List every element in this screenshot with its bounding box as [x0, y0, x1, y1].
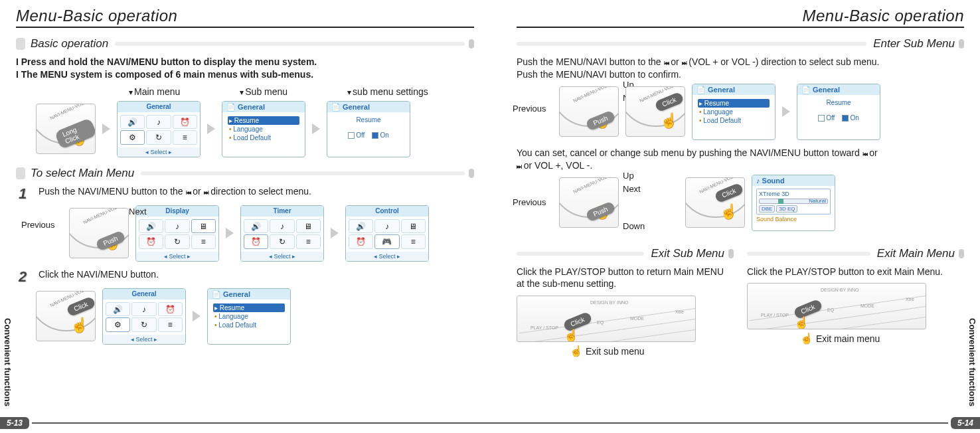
footer-rule [490, 422, 948, 424]
hand-icon: ☝ [720, 203, 738, 220]
menu-cell: 🖥 [296, 219, 321, 234]
main-menu-card-timer: 🔊 ♪ 🖥 ⏰ ↻ ≡ Timer ◂ Select ▸ [240, 205, 324, 262]
page-number-left: 5-13 [0, 417, 29, 429]
section-cap-icon [469, 169, 474, 178]
forward-icon: ▸▸ı [517, 162, 521, 169]
menu-cell: ⏰ [158, 302, 183, 317]
exit-sub-caption-text: Exit sub menu [586, 346, 645, 357]
page-number-right: 5-14 [951, 417, 980, 429]
section-cap-icon [959, 249, 964, 258]
menu-cell: ⏰ [139, 234, 163, 249]
menu-cell: ♪ [146, 115, 171, 130]
section-rule [141, 171, 465, 175]
main-menu-card-control: 🔊 ♪ 🖥 ⏰ 🎮 ≡ Control ◂ Select ▸ [345, 205, 429, 262]
menu-cell: ≡ [158, 317, 183, 332]
menu-cell-general: ⚙ [120, 130, 145, 145]
enter-text-2: Push the MENU/NAVI button to confirm. [517, 68, 964, 81]
sub-settings-card-resume: 📄 General Resume Off On [797, 84, 880, 140]
strip-mode: MODE [630, 316, 644, 321]
menu-cell: 🖥 [191, 219, 216, 234]
button-strip-exit-sub: DESIGN BY INNO PLAY / STOP EQ MODE Xtre … [517, 296, 696, 342]
section-rule [747, 252, 870, 256]
menu-cell: 🔊 [139, 219, 163, 234]
sub-item-language: Language [228, 125, 299, 133]
menu-cell: ↻ [165, 234, 189, 249]
menu-card-footer: ◂ Select ▸ [118, 147, 200, 157]
section-rule [115, 42, 465, 46]
figure-row-enter-1: Previous Up Next NAVI-MENU-VOL ☝ Push NA… [517, 84, 964, 140]
menu-cell: ⏰ [244, 234, 268, 249]
menu-card-footer: ◂ Select ▸ [241, 252, 323, 261]
sub-item-load-default: Load Default [228, 133, 299, 142]
arrow-right-icon [207, 124, 215, 134]
menu-cell: 🔊 [349, 219, 373, 234]
cursor-icon: ☝ [800, 333, 813, 344]
t: or [869, 147, 877, 158]
menu-cell: 🎮 [374, 234, 399, 249]
sub-card-header: 📄 General [208, 289, 290, 300]
arrow-right-icon [226, 228, 234, 238]
t: You can set, cancel or change sub menu b… [517, 147, 860, 158]
sound-card-header-text: Sound [762, 177, 785, 185]
checkbox-on-icon [842, 115, 849, 122]
sub-menu-card-general: 📄 General Resume Language Load Default [692, 84, 776, 140]
sub-card-header-text: General [343, 103, 370, 111]
menu-cell: ≡ [191, 234, 216, 249]
btn-dbe: DBE [759, 205, 775, 213]
strip-mode: MODE [860, 303, 874, 308]
menu-card-footer: ◂ Select ▸ [136, 252, 218, 261]
sub-menu-card-general: 📄 General Resume Language Load Default [222, 101, 305, 157]
section-cap-icon [959, 39, 964, 48]
section-label: Exit Main Menu [877, 247, 955, 260]
t: (VOL + or VOL -) direction to select sub… [689, 56, 879, 67]
section-select-main: To select Main Menu [16, 167, 474, 180]
label-up: Up [623, 171, 634, 181]
checkbox-on-icon [372, 132, 378, 139]
sub-card-header-text: General [238, 103, 265, 111]
t: Push the MENU/NAVI button to the [517, 56, 661, 67]
section-enter-sub: Enter Sub Menu [517, 37, 964, 50]
menu-card-label: General [103, 289, 185, 300]
sub-item-language: Language [213, 312, 285, 321]
sub-item-resume: Resume [213, 303, 285, 312]
legend-main-menu: Main menu [129, 86, 180, 97]
section-label: Exit Sub Menu [651, 247, 724, 260]
page-title-left: Menu-Basic operation [16, 7, 177, 25]
section-label: Basic operation [31, 37, 108, 50]
sound-card-header: ♪ Sound [752, 175, 835, 186]
dial-push: NAVI-MENU-VOL ☝ Push [559, 86, 619, 137]
opt-on: On [850, 114, 858, 122]
menu-card-label: Display [136, 206, 218, 217]
menu-cell: ♪ [374, 219, 399, 234]
label-down: Down [623, 221, 645, 231]
main-menu-card-general-2: 🔊 ♪ ⏰ ⚙ ↻ ≡ General ◂ Select ▸ [102, 288, 186, 345]
strip-xtre: Xtre [675, 309, 684, 314]
hand-icon: ☝ [564, 328, 578, 342]
exit-sub-text: Click the PLAY/STOP button to return Mai… [517, 266, 734, 291]
sub-card-header: 📄 General [222, 102, 305, 112]
sub-card-header: 📄 General [693, 84, 775, 95]
arrow-right-icon [782, 106, 790, 117]
sound-balance: Sound Balance [756, 216, 831, 222]
section-bullet-icon [16, 167, 25, 179]
sound-natural: Natural [809, 198, 826, 204]
arrow-right-icon [331, 228, 339, 238]
legend-sub-menu: Sub menu [240, 86, 287, 97]
dial-click: NAVI-MENU-VOL ☝ Click [36, 291, 96, 341]
section-label: To select Main Menu [31, 167, 134, 180]
opt-off: Off [826, 114, 835, 122]
legend-row: Main menu Sub menu sub menu settings [129, 86, 474, 97]
hand-icon: ☝ [794, 315, 809, 329]
dial-click: NAVI-MENU-VOL ☝ Click [685, 177, 745, 228]
sub-settings-card-resume: 📄 General Resume Off On [327, 101, 410, 157]
section-label: Enter Sub Menu [873, 37, 955, 50]
menu-cell: 🔊 [120, 115, 145, 130]
arrow-right-icon [312, 124, 320, 134]
sub-item-language: Language [698, 108, 770, 116]
footer-rule [32, 422, 490, 424]
strip-play: PLAY / STOP [761, 313, 789, 317]
exit-sections: Exit Sub Menu Click the PLAY/STOP button… [517, 238, 964, 358]
opt-on: On [380, 131, 388, 139]
menu-cell: ↻ [131, 317, 156, 332]
menu-cell: 🖥 [401, 219, 426, 234]
